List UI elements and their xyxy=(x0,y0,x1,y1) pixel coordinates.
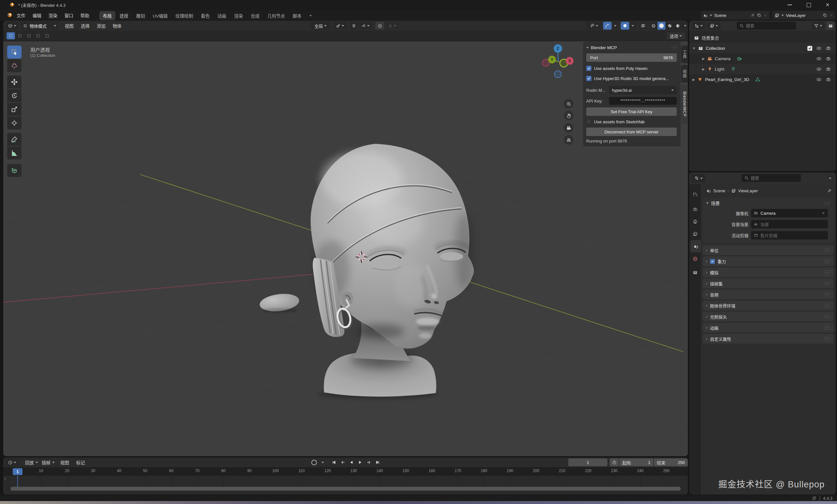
polyhaven-checkbox[interactable] xyxy=(586,66,591,71)
outliner-row-scene-collection[interactable]: 场景集合 xyxy=(689,33,836,43)
snap-toggle[interactable] xyxy=(350,22,358,30)
scene-panel-collapse[interactable] xyxy=(706,202,709,204)
play-reverse-button[interactable] xyxy=(347,459,356,466)
hyper3d-checkbox[interactable] xyxy=(586,76,591,81)
scene-panel-grip[interactable]: :::::::::: xyxy=(824,201,831,205)
light-render-icon[interactable] xyxy=(825,67,831,72)
camera-expand-icon[interactable]: ▶ xyxy=(702,57,705,60)
section-customprops[interactable]: ›自定义属性:::::::::: xyxy=(703,334,834,343)
workspace-tab-sculpt[interactable]: 雕刻 xyxy=(132,11,148,20)
workspace-tab-compositing[interactable]: 合成 xyxy=(247,11,263,20)
tool-cursor[interactable] xyxy=(7,59,21,72)
prop-tab-tool[interactable] xyxy=(689,188,701,201)
pin-icon[interactable] xyxy=(750,13,755,18)
timeline-content[interactable]: › xyxy=(3,476,688,494)
section-rigidbody[interactable]: ›刚体世界环境:::::::::: xyxy=(703,301,834,311)
next-keyframe-button[interactable] xyxy=(365,459,373,466)
bg-scene-field[interactable]: 场景 xyxy=(751,220,828,228)
collection-render-icon[interactable] xyxy=(825,45,831,51)
timeline-menu-marker[interactable]: 标记 xyxy=(73,459,89,466)
menu-file[interactable]: 文件 xyxy=(13,12,29,19)
close-button[interactable]: ✕ xyxy=(818,0,837,10)
select-mode-extend-button[interactable] xyxy=(16,32,24,39)
tool-scale[interactable] xyxy=(7,103,21,116)
gizmo-axis-neg-z[interactable] xyxy=(555,71,562,78)
transform-orientation-dropdown[interactable]: 全局 xyxy=(310,22,331,30)
prop-tab-world[interactable] xyxy=(689,253,701,265)
menu-edit[interactable]: 编辑 xyxy=(29,12,45,19)
panel-collapse-icon[interactable] xyxy=(586,47,589,49)
prop-tab-scene[interactable] xyxy=(691,240,701,253)
mcp-port-field[interactable]: Port 9876 xyxy=(586,53,677,62)
api-key-field[interactable]: ***********...*********** xyxy=(609,97,677,105)
light-hide-eye-icon[interactable] xyxy=(816,67,822,72)
scene-selector[interactable]: Scene xyxy=(701,11,769,20)
current-frame-field[interactable]: 1 xyxy=(568,459,607,466)
breadcrumb-scene[interactable]: Scene xyxy=(713,188,725,193)
timeline-menu-playback[interactable]: 回放 xyxy=(21,459,37,466)
collection-checkbox[interactable] xyxy=(807,46,812,51)
camera-field-clear-icon[interactable] xyxy=(821,211,825,215)
viewport-menu-view[interactable]: 视图 xyxy=(61,22,77,29)
viewport-zoom-button[interactable] xyxy=(564,99,573,109)
active-clip-field[interactable]: 影片剪辑 xyxy=(751,231,828,240)
breadcrumb-layer[interactable]: ViewLayer xyxy=(738,188,758,193)
viewport-camera-button[interactable] xyxy=(564,123,573,133)
rodin-mode-dropdown[interactable]: hyper3d.ai xyxy=(609,86,677,94)
workspace-tab-rendering[interactable]: 渲染 xyxy=(231,11,247,20)
workspace-tab-texpaint[interactable]: 纹理绘制 xyxy=(172,11,197,20)
workspace-tab-shading[interactable]: 着色 xyxy=(197,11,213,20)
gizmos-toggle[interactable] xyxy=(603,22,612,30)
light-expand-icon[interactable]: ▶ xyxy=(702,67,705,71)
properties-pin-icon[interactable] xyxy=(827,188,832,193)
timeline-menu-view[interactable]: 视图 xyxy=(57,459,73,466)
snap-settings-dropdown[interactable] xyxy=(358,22,373,30)
panel-grip[interactable]: :::::::::: xyxy=(671,46,677,49)
outliner-filter-mode[interactable] xyxy=(707,22,721,30)
sidebar-tab-blendermcp[interactable]: BlenderMCP xyxy=(681,85,688,124)
tool-annotate[interactable] xyxy=(7,133,21,146)
mode-dropdown[interactable]: 物体模式 xyxy=(21,22,59,30)
mesh-render-icon[interactable] xyxy=(825,77,831,82)
section-gravity[interactable]: ›重力:::::::::: xyxy=(703,256,834,266)
outliner-row-mesh[interactable]: ▶ Pearl_Earring_Girl_3D xyxy=(689,74,836,85)
tool-rotate[interactable] xyxy=(7,89,21,102)
xray-toggle[interactable] xyxy=(639,22,647,30)
gravity-checkbox[interactable] xyxy=(710,259,715,264)
mesh-expand-icon[interactable]: ▶ xyxy=(692,78,695,81)
nav-gizmo[interactable]: Z Y X xyxy=(542,44,574,78)
playhead-label[interactable]: 1 xyxy=(13,468,22,475)
workspace-tab-geonodes[interactable]: 几何节点 xyxy=(264,11,288,20)
gizmos-dropdown[interactable] xyxy=(612,22,619,30)
frame-end-field[interactable]: 结束 250 xyxy=(654,459,688,466)
proportional-edit-toggle[interactable] xyxy=(375,22,384,30)
sidebar-tab-view[interactable]: 视图 xyxy=(681,65,688,83)
tool-move[interactable] xyxy=(7,75,21,89)
select-mode-subtract-button[interactable] xyxy=(25,32,33,39)
prop-tab-viewlayer[interactable] xyxy=(689,228,701,240)
maximize-button[interactable] xyxy=(799,0,818,10)
outliner-filter-button[interactable] xyxy=(812,22,825,30)
timeline-expand-chevron[interactable]: › xyxy=(4,477,6,481)
workspace-tab-layout[interactable]: 布局 xyxy=(99,11,115,20)
section-units[interactable]: ›单位:::::::::: xyxy=(703,245,834,255)
properties-options-dropdown[interactable] xyxy=(826,174,834,182)
outliner-row-light[interactable]: ▶ Light xyxy=(689,64,836,74)
section-animation[interactable]: ›动画:::::::::: xyxy=(703,323,834,333)
autokey-button[interactable] xyxy=(309,459,319,466)
properties-editor-type[interactable] xyxy=(691,174,706,183)
jump-start-button[interactable] xyxy=(330,459,338,466)
select-mode-intersect-button[interactable] xyxy=(43,32,51,39)
prop-tab-collection[interactable] xyxy=(689,266,701,279)
outliner-row-camera[interactable]: ▶ Camera xyxy=(689,53,836,64)
section-lightprobes[interactable]: ›光照探头:::::::::: xyxy=(703,312,834,321)
frame-range-stopwatch[interactable] xyxy=(610,459,619,466)
timeline-scrollbar[interactable] xyxy=(11,487,681,491)
unlink-scene-icon[interactable] xyxy=(763,13,767,17)
visibility-dropdown[interactable] xyxy=(586,22,601,30)
menu-render[interactable]: 渲染 xyxy=(45,12,61,19)
jump-end-button[interactable] xyxy=(374,459,382,466)
workspace-tab-modeling[interactable]: 建模 xyxy=(116,11,132,20)
collection-hide-eye-icon[interactable] xyxy=(816,45,822,51)
section-keyingsets[interactable]: ›插帧集:::::::::: xyxy=(703,279,834,288)
